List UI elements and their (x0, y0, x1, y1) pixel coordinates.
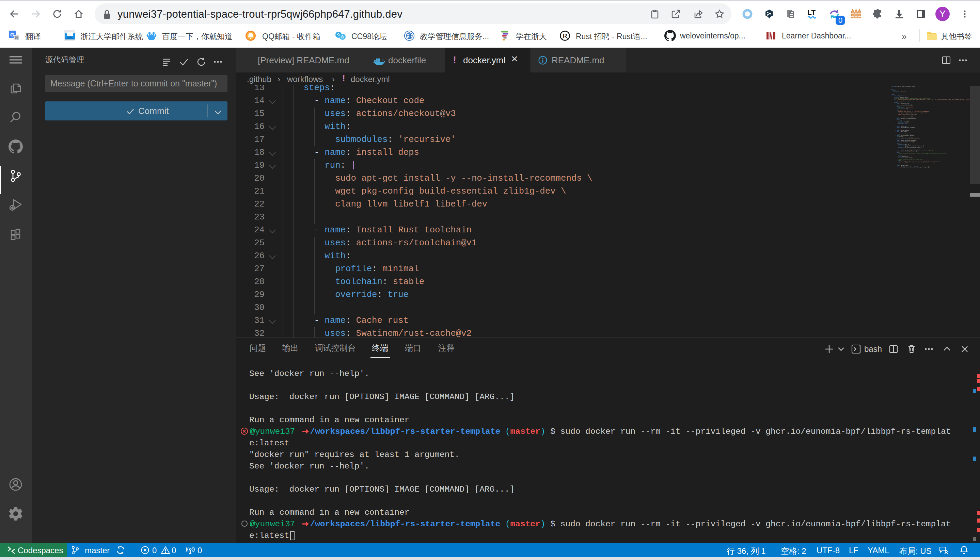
svg-text:G: G (10, 32, 14, 37)
svg-text:LT: LT (807, 8, 816, 16)
svg-text:译: 译 (15, 35, 19, 40)
svg-text:9: 9 (337, 32, 339, 37)
svg-text:R: R (563, 33, 567, 39)
svg-text:8: 8 (341, 34, 344, 40)
svg-text:0: 0 (838, 16, 843, 25)
